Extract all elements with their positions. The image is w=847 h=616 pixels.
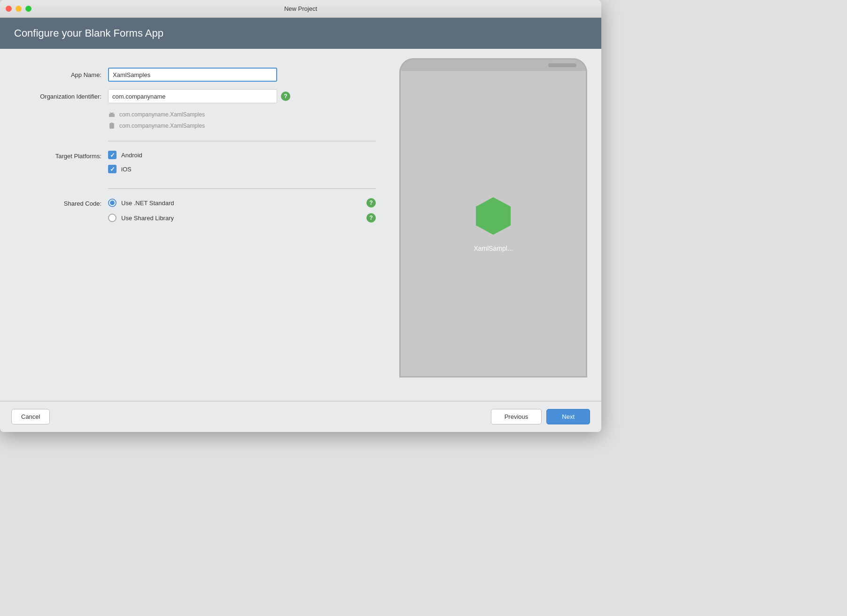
shared-code-row: Shared Code: Use .NET Standard ? Use Sha… — [19, 196, 376, 228]
svg-line-2 — [110, 112, 110, 113]
minimize-button[interactable] — [16, 6, 22, 12]
ios-icon — [108, 122, 116, 130]
shared-code-label: Shared Code: — [19, 198, 108, 207]
svg-rect-0 — [109, 114, 115, 117]
shared-library-help-icon[interactable]: ? — [366, 213, 376, 223]
app-name-input[interactable] — [108, 68, 277, 82]
phone-mockup: XamlSampl... — [399, 58, 587, 377]
bundle-android-text: com.companyname.XamlSamples — [119, 111, 205, 118]
close-button[interactable] — [6, 6, 12, 12]
target-platforms-label: Target Platforms: — [19, 151, 108, 160]
platforms-col: ✓ Android ✓ iOS — [108, 151, 142, 173]
next-button[interactable]: Next — [546, 409, 590, 424]
bundle-ios-text: com.companyname.XamlSamples — [119, 123, 205, 129]
use-shared-library-row: Use Shared Library ? — [108, 213, 376, 223]
app-name-label: App Name: — [19, 71, 108, 78]
android-checkbox-row: ✓ Android — [108, 151, 142, 159]
main-content: App Name: Organization Identifier: ? com… — [0, 49, 601, 401]
org-id-label: Organization Identifier: — [19, 93, 108, 100]
shared-code-col: Use .NET Standard ? Use Shared Library ? — [108, 198, 376, 228]
use-net-standard-radio[interactable] — [108, 199, 117, 207]
app-icon — [472, 195, 514, 237]
svg-rect-1 — [110, 113, 114, 114]
phone-screen: XamlSampl... — [401, 71, 586, 376]
app-name-row: App Name: — [19, 68, 376, 82]
svg-rect-4 — [109, 123, 114, 129]
title-bar: New Project — [0, 0, 601, 18]
cancel-button[interactable]: Cancel — [11, 409, 50, 424]
divider-1 — [108, 141, 376, 141]
org-id-row: Organization Identifier: ? — [19, 89, 376, 103]
page-title: Configure your Blank Forms App — [14, 27, 163, 39]
previous-button[interactable]: Previous — [491, 409, 542, 424]
bundle-ios-row: com.companyname.XamlSamples — [108, 122, 376, 130]
org-id-input[interactable] — [108, 89, 277, 103]
svg-line-3 — [113, 112, 114, 113]
org-id-help-icon[interactable]: ? — [281, 92, 290, 101]
ios-label: iOS — [121, 166, 132, 173]
phone-status-bar — [401, 60, 586, 71]
ios-checkbox[interactable]: ✓ — [108, 165, 117, 173]
svg-marker-6 — [476, 197, 511, 235]
use-shared-library-radio[interactable] — [108, 214, 117, 222]
ios-check-icon: ✓ — [110, 166, 115, 173]
android-label: Android — [121, 152, 142, 159]
app-name-preview: XamlSampl... — [474, 245, 513, 252]
net-standard-help-icon[interactable]: ? — [366, 198, 376, 208]
svg-rect-5 — [111, 123, 113, 123]
target-platforms-row: Target Platforms: ✓ Android ✓ iOS — [19, 149, 376, 173]
android-check-icon: ✓ — [110, 152, 115, 159]
bundle-android-row: com.companyname.XamlSamples — [108, 111, 376, 118]
page-header: Configure your Blank Forms App — [0, 18, 601, 49]
bottom-bar: Cancel Previous Next — [0, 401, 601, 432]
ios-checkbox-row: ✓ iOS — [108, 165, 142, 173]
preview-area: XamlSampl... — [395, 49, 601, 401]
android-icon — [108, 111, 116, 118]
use-net-standard-row: Use .NET Standard ? — [108, 198, 376, 208]
window-controls — [6, 6, 31, 12]
maximize-button[interactable] — [25, 6, 31, 12]
status-pill — [548, 63, 576, 67]
android-checkbox[interactable]: ✓ — [108, 151, 117, 159]
form-area: App Name: Organization Identifier: ? com… — [0, 49, 395, 401]
bottom-right-buttons: Previous Next — [491, 409, 590, 424]
window-title: New Project — [284, 5, 317, 12]
use-shared-library-label: Use Shared Library — [121, 215, 358, 222]
divider-2 — [108, 188, 376, 189]
use-net-standard-label: Use .NET Standard — [121, 200, 358, 207]
